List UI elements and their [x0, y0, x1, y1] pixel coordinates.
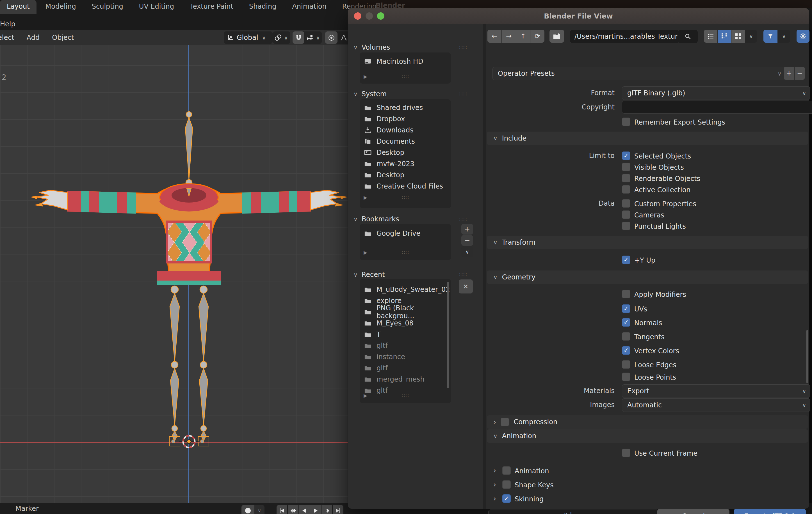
list-item-recent[interactable]: M_uBody_Sweater_02 — [360, 284, 451, 295]
bookmark-add-button[interactable]: + — [461, 224, 473, 235]
recent-scrollbar[interactable] — [447, 282, 449, 388]
minimize-traffic-light[interactable] — [366, 12, 373, 20]
character-model[interactable] — [28, 107, 348, 503]
snap-magnet-toggle[interactable] — [293, 31, 304, 44]
display-mode-list-button[interactable] — [704, 30, 717, 43]
compression-checkbox[interactable]: ✓ — [501, 418, 509, 426]
cancel-button[interactable]: Cancel — [657, 509, 729, 514]
export-gltf-button[interactable]: Export glTF 2.0 — [734, 509, 806, 514]
cameras-checkbox[interactable]: ✓ — [622, 210, 630, 219]
uvs-checkbox[interactable]: ✓ — [622, 304, 630, 313]
filename-input[interactable]: M_Orange_Sweater.glb − + — [488, 510, 659, 514]
hand-left[interactable] — [31, 190, 67, 210]
list-item-recent[interactable]: gltf — [360, 362, 451, 374]
use-current-frame-checkbox[interactable]: ✓ — [622, 449, 630, 457]
pivot-point-dropdown[interactable]: ∨ — [273, 31, 290, 44]
renderable-objects-checkbox[interactable]: ✓ — [622, 174, 630, 182]
armature-left-leg[interactable] — [169, 286, 180, 446]
section-system[interactable]: ∨ System ∷∷ — [351, 88, 480, 100]
next-keyframe-button[interactable] — [321, 505, 332, 514]
list-item-shared-drives[interactable]: Shared drives — [360, 102, 451, 113]
format-dropdown[interactable]: glTF Binary (.glb) ∨ — [622, 86, 810, 100]
panel-divider[interactable] — [483, 24, 486, 509]
section-animation[interactable]: ∨ Animation — [487, 429, 808, 443]
expander-icon[interactable]: ▶ — [364, 195, 367, 200]
filename-increment[interactable]: + — [648, 513, 654, 514]
recent-clear-button[interactable]: ✕ — [459, 279, 473, 294]
filter-button[interactable] — [763, 30, 778, 43]
options-scrollbar[interactable] — [806, 330, 808, 383]
tab-layout[interactable]: Layout — [0, 0, 36, 14]
materials-dropdown[interactable]: Export ∨ — [622, 384, 810, 398]
operator-presets-dropdown[interactable]: Operator Presets ∨ — [492, 67, 786, 80]
preset-remove-button[interactable]: − — [794, 67, 805, 80]
active-collection-checkbox[interactable]: ✓ — [622, 185, 630, 193]
preset-add-button[interactable]: + — [784, 67, 794, 80]
expander-icon[interactable]: ▶ — [364, 393, 367, 398]
section-geometry[interactable]: ∨ Geometry — [487, 270, 808, 284]
proportional-edit-toggle[interactable] — [325, 31, 338, 44]
loose-points-checkbox[interactable]: ✓ — [622, 372, 630, 381]
transform-orientation-dropdown[interactable]: Global ∨ — [224, 31, 272, 44]
directory-path-field[interactable]: /Users/martins...arables Texture/ — [570, 30, 683, 43]
apply-modifiers-checkbox[interactable]: ✓ — [622, 290, 630, 298]
list-item-recent[interactable]: gltf — [360, 340, 451, 351]
section-bookmarks[interactable]: ∨ Bookmarks ∷∷ — [351, 213, 480, 225]
list-item-desktop-2[interactable]: Desktop — [360, 170, 451, 181]
tab-uv-editing[interactable]: UV Editing — [132, 0, 181, 14]
prev-keyframe-button[interactable] — [288, 505, 298, 514]
list-item-desktop[interactable]: Desktop — [360, 147, 451, 158]
jump-to-start-button[interactable] — [277, 505, 287, 514]
bookmark-remove-button[interactable]: − — [461, 235, 473, 246]
section-include[interactable]: ∨ Include — [487, 131, 808, 145]
punctual-lights-checkbox[interactable]: ✓ — [622, 222, 630, 230]
sweater-mesh[interactable] — [67, 184, 311, 285]
forward-button[interactable]: → — [502, 30, 516, 43]
dialog-titlebar[interactable]: Blender File View — [348, 8, 809, 24]
list-item-creative-cloud[interactable]: Creative Cloud Files — [360, 181, 451, 192]
record-options-chevron[interactable]: ∨ — [254, 505, 264, 514]
list-item-recent[interactable]: instance — [360, 351, 451, 362]
tab-shading[interactable]: Shading — [242, 0, 283, 14]
display-mode-thumbnail-button[interactable] — [731, 30, 745, 43]
animation-sub-checkbox[interactable]: ✓ — [502, 466, 511, 475]
tangents-checkbox[interactable]: ✓ — [622, 332, 630, 341]
jump-to-end-button[interactable] — [333, 505, 343, 514]
bookmark-options-chevron[interactable]: ∨ — [461, 246, 473, 257]
tab-modeling[interactable]: Modeling — [39, 0, 83, 14]
tab-sculpting[interactable]: Sculpting — [85, 0, 130, 14]
normals-checkbox[interactable]: ✓ — [622, 318, 630, 327]
new-folder-button[interactable] — [549, 30, 564, 43]
timeline-marker-menu[interactable]: Marker — [16, 505, 39, 513]
armature-legs[interactable] — [169, 286, 209, 446]
settings-button[interactable] — [796, 30, 810, 43]
display-mode-detail-button[interactable] — [718, 30, 731, 43]
loose-edges-checkbox[interactable]: ✓ — [622, 360, 630, 369]
shape-keys-checkbox[interactable]: ✓ — [502, 480, 511, 489]
list-item-recent[interactable]: M_Eyes_08 — [360, 318, 451, 329]
menu-help[interactable]: Help — [0, 19, 19, 30]
chevron-right-icon[interactable]: › — [493, 494, 496, 503]
expander-icon[interactable]: ▶ — [364, 74, 367, 80]
display-options-chevron[interactable]: ∨ — [745, 30, 757, 43]
remember-checkbox[interactable]: ✓ — [622, 118, 630, 126]
selected-objects-checkbox[interactable]: ✓ — [622, 152, 630, 160]
expander-icon[interactable]: ▶ — [364, 250, 367, 255]
list-item-recent[interactable]: PNG (Black backgrou... — [360, 306, 451, 318]
list-item-macintosh-hd[interactable]: Macintosh HD — [360, 56, 451, 67]
armature-right-leg[interactable] — [198, 286, 209, 446]
filename-decrement[interactable]: − — [636, 513, 648, 514]
visible-objects-checkbox[interactable]: ✓ — [622, 163, 630, 171]
list-item-recent[interactable]: T — [360, 329, 451, 340]
hand-right[interactable] — [311, 190, 347, 210]
up-directory-button[interactable]: ↑ — [516, 30, 530, 43]
play-button[interactable] — [310, 505, 321, 514]
list-item-mvfw-2023[interactable]: mvfw-2023 — [360, 158, 451, 170]
list-item-dropbox[interactable]: Dropbox — [360, 113, 451, 125]
menu-select[interactable]: elect — [0, 34, 21, 41]
tab-animation[interactable]: Animation — [285, 0, 333, 14]
copyright-input[interactable] — [622, 101, 812, 114]
custom-properties-checkbox[interactable]: ✓ — [622, 199, 630, 208]
section-compression[interactable]: › ✓ Compression — [487, 415, 808, 429]
refresh-button[interactable]: ⟳ — [530, 30, 544, 43]
